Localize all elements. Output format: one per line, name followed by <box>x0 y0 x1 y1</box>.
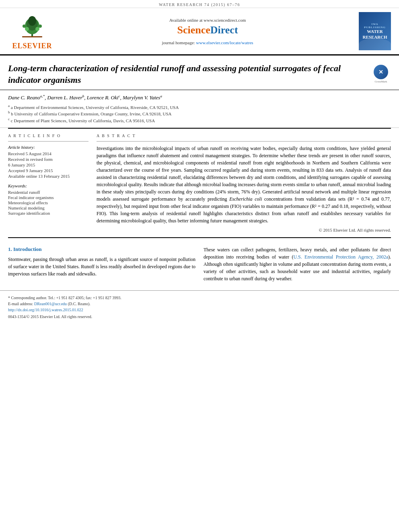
journal-header-bar: WATER RESEARCH 74 (2015) 67–76 <box>0 0 399 8</box>
crossmark-icon: ✕ <box>374 65 388 79</box>
science-part: Science <box>177 24 210 36</box>
footnote-doi: http://dx.doi.org/10.1016/j.watres.2015.… <box>8 307 391 313</box>
introduction-section: 1. Introduction Stormwater, passing thro… <box>0 238 399 286</box>
intro-left-text: Stormwater, passing through urban areas … <box>8 256 195 277</box>
history-revised-date: 6 January 2015 <box>8 162 88 167</box>
svg-rect-8 <box>22 36 42 37</box>
keyword-3: Meteorological effects <box>8 200 88 205</box>
sciencedirect-brand: ScienceDirect <box>177 24 238 36</box>
author-3: Lorence R. Oki <box>87 95 119 101</box>
authors-line: Dane C. Reanoa,*, Darren L. Haverb, Lore… <box>8 94 391 101</box>
keywords-section: Keywords: Residential runoff Fecal indic… <box>8 183 88 216</box>
history-accepted: Accepted 9 January 2015 <box>8 168 88 173</box>
keyword-4: Numerical modeling <box>8 205 88 210</box>
footnote-section: * Corresponding author. Tel.: +1 951 827… <box>0 290 399 323</box>
affiliation-a-sup: a <box>8 104 10 108</box>
svg-point-7 <box>39 25 42 28</box>
water-research-badge: IWA PUBLISHING WATERRESEARCH <box>359 12 391 50</box>
citation-link-epa[interactable]: U.S. Environmental Protection Agency, 20… <box>293 254 388 260</box>
crossmark-badge: ✕ CrossMark <box>371 65 391 83</box>
journal-homepage: journal homepage: www.elsevier.com/locat… <box>162 40 253 45</box>
abstract-panel: A B S T R A C T Investigations into the … <box>97 134 391 232</box>
article-title: Long-term characterization of residentia… <box>8 63 371 86</box>
info-divider <box>8 141 88 142</box>
journal-homepage-link[interactable]: www.elsevier.com/locate/watres <box>196 40 253 45</box>
abstract-title: A B S T R A C T <box>97 134 391 138</box>
history-received: Received 5 August 2014 <box>8 151 88 156</box>
section-title: Introduction <box>13 246 42 252</box>
svg-point-3 <box>28 16 36 26</box>
svg-point-5 <box>35 27 39 31</box>
author-1-sup: a,* <box>40 94 45 98</box>
keyword-5: Surrogate identification <box>8 211 88 216</box>
elsevier-tree-icon <box>14 12 50 40</box>
direct-part: Direct <box>210 24 238 36</box>
crossmark-label: CrossMark <box>374 80 387 83</box>
footnote-email: E-mail address: DRean001@ucr.edu (D.C. R… <box>8 301 391 307</box>
elsevier-brand-text: ELSEVIER <box>12 42 52 50</box>
keyword-2: Fecal indicator organisms <box>8 195 88 200</box>
affiliation-b: b b University of California Cooperative… <box>8 110 391 116</box>
email-link[interactable]: DRean001@ucr.edu <box>34 302 67 306</box>
intro-right-text: These waters can collect pathogens, fert… <box>204 246 391 282</box>
affiliation-a: a a Department of Environmental Sciences… <box>8 104 391 110</box>
badge-decoration <box>359 38 391 50</box>
doi-link[interactable]: http://dx.doi.org/10.1016/j.watres.2015.… <box>8 308 83 312</box>
author-1: Dane C. Reano <box>8 95 40 101</box>
author-2-sup: b <box>82 94 84 98</box>
affiliation-c-sup: c <box>8 117 10 121</box>
section-header: 1. Introduction <box>8 246 195 253</box>
article-info-title: A R T I C L E I N F O <box>8 134 88 138</box>
history-revised-label: Received in revised form <box>8 157 88 162</box>
author-3-sup: c <box>118 94 120 98</box>
keyword-1: Residential runoff <box>8 190 88 195</box>
header-center: Available online at www.sciencedirect.co… <box>60 12 355 50</box>
badge-publisher: IWA PUBLISHING <box>361 23 389 29</box>
intro-left-column: 1. Introduction Stormwater, passing thro… <box>8 246 195 282</box>
intro-right-column: These waters can collect pathogens, fert… <box>204 246 391 282</box>
elsevier-logo: ELSEVIER <box>8 12 56 50</box>
journal-citation: WATER RESEARCH 74 (2015) 67–76 <box>159 2 240 7</box>
article-info-abstract: A R T I C L E I N F O Article history: R… <box>0 129 399 237</box>
article-title-container: Long-term characterization of residentia… <box>8 63 371 86</box>
footnote-issn: 0043-1354/© 2015 Elsevier Ltd. All right… <box>8 314 391 319</box>
copyright-line: © 2015 Elsevier Ltd. All rights reserved… <box>97 228 391 232</box>
author-4: Marylynn V. Yates <box>123 95 160 101</box>
affiliation-c: c c Department of Plant Sciences, Univer… <box>8 117 391 123</box>
footnote-corresponding: * Corresponding author. Tel.: +1 951 827… <box>8 295 391 301</box>
keywords-label: Keywords: <box>8 183 88 188</box>
abstract-text: Investigations into the microbiological … <box>97 145 391 224</box>
authors-section: Dane C. Reanoa,*, Darren L. Haverb, Lore… <box>0 90 399 128</box>
affiliation-b-sup: b <box>8 110 10 114</box>
article-title-section: Long-term characterization of residentia… <box>0 55 399 90</box>
author-2: Darren L. Haver <box>47 95 82 101</box>
species-name: Escherichia coli <box>229 196 262 202</box>
publisher-header: ELSEVIER Available online at www.science… <box>0 8 399 55</box>
history-online: Available online 13 February 2015 <box>8 174 88 179</box>
article-history-label: Article history: <box>8 145 88 150</box>
abstract-divider <box>97 141 391 142</box>
svg-point-6 <box>23 25 26 28</box>
svg-point-4 <box>25 27 29 31</box>
section-number: 1. <box>8 246 13 252</box>
article-info-panel: A R T I C L E I N F O Article history: R… <box>8 134 88 232</box>
available-online-text: Available online at www.sciencedirect.co… <box>169 18 246 23</box>
author-4-sup: a <box>160 94 162 98</box>
